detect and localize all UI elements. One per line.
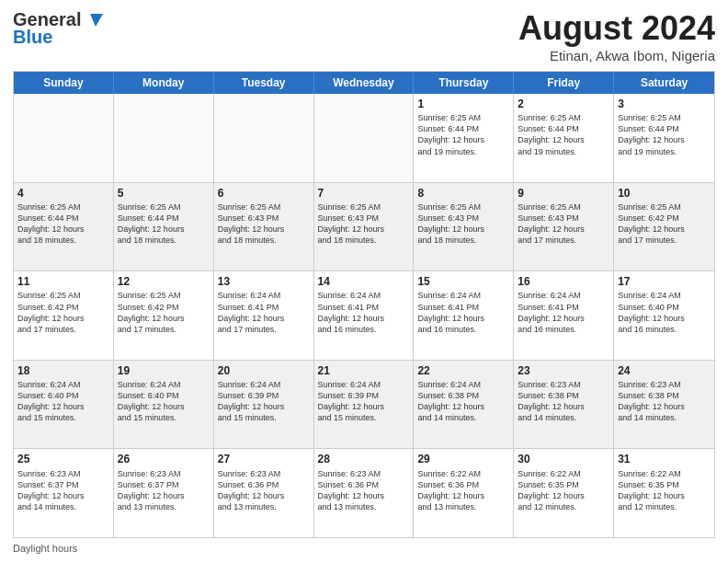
cell-info: Sunrise: 6:23 AM Sunset: 6:36 PM Dayligh… xyxy=(318,468,410,513)
day-number: 28 xyxy=(318,452,410,466)
calendar-header: SundayMondayTuesdayWednesdayThursdayFrid… xyxy=(14,72,714,94)
cell-info: Sunrise: 6:25 AM Sunset: 6:42 PM Dayligh… xyxy=(618,201,711,247)
cell-info: Sunrise: 6:25 AM Sunset: 6:43 PM Dayligh… xyxy=(417,201,509,247)
logo: General Blue xyxy=(13,9,103,48)
calendar-cell: 1Sunrise: 6:25 AM Sunset: 6:44 PM Daylig… xyxy=(414,94,514,182)
calendar-cell: 23Sunrise: 6:23 AM Sunset: 6:38 PM Dayli… xyxy=(514,361,614,449)
calendar-cell: 26Sunrise: 6:23 AM Sunset: 6:37 PM Dayli… xyxy=(114,449,214,537)
cell-info: Sunrise: 6:23 AM Sunset: 6:37 PM Dayligh… xyxy=(17,468,109,513)
title-block: August 2024 Etinan, Akwa Ibom, Nigeria xyxy=(518,9,715,63)
calendar-cell: 5Sunrise: 6:25 AM Sunset: 6:44 PM Daylig… xyxy=(114,183,214,271)
calendar-row: 18Sunrise: 6:24 AM Sunset: 6:40 PM Dayli… xyxy=(14,361,714,450)
calendar-cell: 27Sunrise: 6:23 AM Sunset: 6:36 PM Dayli… xyxy=(214,449,314,537)
footer: Daylight hours xyxy=(13,543,715,554)
calendar-body: 1Sunrise: 6:25 AM Sunset: 6:44 PM Daylig… xyxy=(14,94,714,537)
calendar-cell: 19Sunrise: 6:24 AM Sunset: 6:40 PM Dayli… xyxy=(114,361,214,449)
calendar-cell: 15Sunrise: 6:24 AM Sunset: 6:41 PM Dayli… xyxy=(414,271,514,360)
calendar-header-cell: Thursday xyxy=(414,72,514,94)
calendar-header-cell: Sunday xyxy=(14,72,114,94)
calendar-header-cell: Friday xyxy=(514,72,614,94)
cell-info: Sunrise: 6:24 AM Sunset: 6:41 PM Dayligh… xyxy=(518,290,609,335)
day-number: 5 xyxy=(118,186,210,201)
cell-info: Sunrise: 6:24 AM Sunset: 6:41 PM Dayligh… xyxy=(318,290,410,335)
calendar-cell: 28Sunrise: 6:23 AM Sunset: 6:36 PM Dayli… xyxy=(314,449,415,537)
calendar-cell: 17Sunrise: 6:24 AM Sunset: 6:40 PM Dayli… xyxy=(614,271,714,360)
page-title: August 2024 xyxy=(518,9,715,48)
cell-info: Sunrise: 6:24 AM Sunset: 6:41 PM Dayligh… xyxy=(218,290,310,335)
calendar-cell: 21Sunrise: 6:24 AM Sunset: 6:39 PM Dayli… xyxy=(314,361,415,449)
day-number: 4 xyxy=(17,186,109,201)
day-number: 3 xyxy=(618,97,711,111)
day-number: 11 xyxy=(17,274,109,289)
calendar-cell xyxy=(214,94,314,182)
cell-info: Sunrise: 6:25 AM Sunset: 6:43 PM Dayligh… xyxy=(318,201,410,247)
calendar-row: 11Sunrise: 6:25 AM Sunset: 6:42 PM Dayli… xyxy=(14,271,714,361)
day-number: 31 xyxy=(618,452,711,466)
logo-blue: Blue xyxy=(13,27,52,48)
calendar-cell: 20Sunrise: 6:24 AM Sunset: 6:39 PM Dayli… xyxy=(214,361,314,449)
calendar-cell: 11Sunrise: 6:25 AM Sunset: 6:42 PM Dayli… xyxy=(14,271,114,360)
cell-info: Sunrise: 6:23 AM Sunset: 6:36 PM Dayligh… xyxy=(218,468,310,513)
day-number: 27 xyxy=(218,452,310,466)
page-header: General Blue August 2024 Etinan, Akwa Ib… xyxy=(13,9,715,63)
daylight-label: Daylight hours xyxy=(13,543,77,554)
cell-info: Sunrise: 6:23 AM Sunset: 6:37 PM Dayligh… xyxy=(118,468,210,513)
calendar-cell: 13Sunrise: 6:24 AM Sunset: 6:41 PM Dayli… xyxy=(214,271,314,360)
cell-info: Sunrise: 6:22 AM Sunset: 6:35 PM Dayligh… xyxy=(518,468,609,513)
calendar-cell: 12Sunrise: 6:25 AM Sunset: 6:42 PM Dayli… xyxy=(114,271,214,360)
cell-info: Sunrise: 6:25 AM Sunset: 6:44 PM Dayligh… xyxy=(118,201,210,247)
cell-info: Sunrise: 6:25 AM Sunset: 6:42 PM Dayligh… xyxy=(118,290,210,335)
day-number: 10 xyxy=(618,186,711,201)
day-number: 29 xyxy=(417,452,509,466)
calendar-cell: 30Sunrise: 6:22 AM Sunset: 6:35 PM Dayli… xyxy=(514,449,614,537)
calendar-header-cell: Wednesday xyxy=(314,72,415,94)
cell-info: Sunrise: 6:24 AM Sunset: 6:39 PM Dayligh… xyxy=(218,379,310,424)
day-number: 15 xyxy=(417,274,509,289)
calendar-cell: 6Sunrise: 6:25 AM Sunset: 6:43 PM Daylig… xyxy=(214,183,314,271)
day-number: 6 xyxy=(218,186,310,201)
cell-info: Sunrise: 6:24 AM Sunset: 6:39 PM Dayligh… xyxy=(318,379,410,424)
day-number: 21 xyxy=(318,363,410,378)
svg-marker-0 xyxy=(90,14,103,27)
cell-info: Sunrise: 6:22 AM Sunset: 6:36 PM Dayligh… xyxy=(417,468,509,513)
cell-info: Sunrise: 6:22 AM Sunset: 6:35 PM Dayligh… xyxy=(618,468,711,513)
cell-info: Sunrise: 6:25 AM Sunset: 6:43 PM Dayligh… xyxy=(218,201,310,247)
calendar-cell: 18Sunrise: 6:24 AM Sunset: 6:40 PM Dayli… xyxy=(14,361,114,449)
day-number: 13 xyxy=(218,274,310,289)
calendar-cell: 22Sunrise: 6:24 AM Sunset: 6:38 PM Dayli… xyxy=(414,361,514,449)
cell-info: Sunrise: 6:24 AM Sunset: 6:40 PM Dayligh… xyxy=(17,379,109,424)
calendar-cell: 2Sunrise: 6:25 AM Sunset: 6:44 PM Daylig… xyxy=(514,94,614,182)
day-number: 12 xyxy=(118,274,210,289)
cell-info: Sunrise: 6:25 AM Sunset: 6:44 PM Dayligh… xyxy=(518,112,609,157)
cell-info: Sunrise: 6:23 AM Sunset: 6:38 PM Dayligh… xyxy=(618,379,711,424)
cell-info: Sunrise: 6:24 AM Sunset: 6:40 PM Dayligh… xyxy=(118,379,210,424)
calendar-cell: 14Sunrise: 6:24 AM Sunset: 6:41 PM Dayli… xyxy=(314,271,415,360)
calendar-row: 25Sunrise: 6:23 AM Sunset: 6:37 PM Dayli… xyxy=(14,449,714,537)
calendar-cell: 16Sunrise: 6:24 AM Sunset: 6:41 PM Dayli… xyxy=(514,271,614,360)
day-number: 18 xyxy=(17,363,109,378)
cell-info: Sunrise: 6:25 AM Sunset: 6:44 PM Dayligh… xyxy=(417,112,509,157)
calendar-cell: 10Sunrise: 6:25 AM Sunset: 6:42 PM Dayli… xyxy=(614,183,714,271)
day-number: 1 xyxy=(417,97,509,111)
day-number: 30 xyxy=(518,452,609,466)
day-number: 7 xyxy=(318,186,410,201)
calendar-header-cell: Monday xyxy=(114,72,214,94)
day-number: 17 xyxy=(618,274,711,289)
calendar-header-cell: Saturday xyxy=(614,72,714,94)
day-number: 2 xyxy=(518,97,609,111)
calendar-cell: 29Sunrise: 6:22 AM Sunset: 6:36 PM Dayli… xyxy=(414,449,514,537)
calendar-cell: 7Sunrise: 6:25 AM Sunset: 6:43 PM Daylig… xyxy=(314,183,415,271)
cell-info: Sunrise: 6:24 AM Sunset: 6:41 PM Dayligh… xyxy=(417,290,509,335)
day-number: 19 xyxy=(118,363,210,378)
day-number: 26 xyxy=(118,452,210,466)
day-number: 14 xyxy=(318,274,410,289)
calendar-header-cell: Tuesday xyxy=(214,72,314,94)
day-number: 9 xyxy=(518,186,609,201)
day-number: 22 xyxy=(417,363,509,378)
calendar-cell xyxy=(314,94,415,182)
calendar-cell: 9Sunrise: 6:25 AM Sunset: 6:43 PM Daylig… xyxy=(514,183,614,271)
page-subtitle: Etinan, Akwa Ibom, Nigeria xyxy=(518,48,715,63)
cell-info: Sunrise: 6:23 AM Sunset: 6:38 PM Dayligh… xyxy=(518,379,609,424)
cell-info: Sunrise: 6:25 AM Sunset: 6:42 PM Dayligh… xyxy=(17,290,109,335)
cell-info: Sunrise: 6:25 AM Sunset: 6:43 PM Dayligh… xyxy=(518,201,609,247)
